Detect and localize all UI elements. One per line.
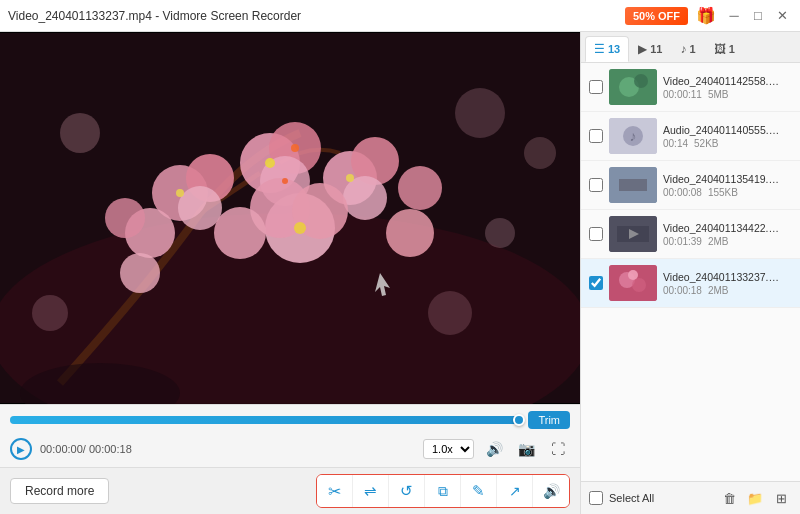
select-all-label: Select All (609, 492, 654, 504)
file-info-4: Video_240401134422.mp4 00:01:39 2MB (663, 222, 792, 247)
fullscreen-button[interactable]: ⛶ (546, 437, 570, 461)
open-folder-button[interactable]: 📁 (744, 487, 766, 509)
file-thumbnail-1 (609, 69, 657, 105)
list-item[interactable]: ♪ Audio_240401140555.mp3 00:14 52KB (581, 112, 800, 161)
duplicate-icon: ⧉ (438, 483, 448, 500)
svg-point-17 (398, 166, 442, 210)
file-checkbox-2[interactable] (589, 129, 603, 143)
edit-button[interactable]: ✎ (461, 475, 497, 507)
edit-icon: ✎ (472, 482, 485, 500)
file-duration-1: 00:00:11 (663, 89, 702, 100)
action-icons: 🗑 📁 ⊞ (718, 487, 792, 509)
image-icon: 🖼 (714, 42, 726, 56)
select-all-checkbox[interactable] (589, 491, 603, 505)
video-frame (0, 32, 580, 404)
rotate-button[interactable]: ↺ (389, 475, 425, 507)
svg-point-47 (628, 270, 638, 280)
window-title: Video_240401133237.mp4 - Vidmore Screen … (8, 9, 625, 23)
file-duration-3: 00:00:08 (663, 187, 702, 198)
file-meta-1: 00:00:11 5MB (663, 89, 792, 100)
list-item[interactable]: Video_240401142558.mp4 00:00:11 5MB (581, 63, 800, 112)
progress-bar[interactable] (10, 416, 522, 424)
file-info-2: Audio_240401140555.mp3 00:14 52KB (663, 124, 792, 149)
file-checkbox-1[interactable] (589, 80, 603, 94)
scissors-icon: ✂ (328, 482, 341, 501)
select-all-area: Select All 🗑 📁 ⊞ (581, 481, 800, 514)
file-checkbox-4[interactable] (589, 227, 603, 241)
file-tabs: ☰ 13 ▶ 11 ♪ 1 🖼 1 (581, 32, 800, 63)
file-size-4: 2MB (708, 236, 729, 247)
maximize-button[interactable]: □ (748, 6, 768, 26)
promo-badge: 50% OFF (625, 7, 688, 25)
volume-button[interactable]: 🔊 (482, 437, 506, 461)
duplicate-button[interactable]: ⧉ (425, 475, 461, 507)
main-area: Trim ▶ 00:00:00/ 00:00:18 1.0x 0.5x 1.5x… (0, 32, 800, 514)
tab-all[interactable]: ☰ 13 (585, 36, 629, 62)
file-thumbnail-4 (609, 216, 657, 252)
file-size-3: 155KB (708, 187, 738, 198)
fullscreen-icon: ⛶ (551, 441, 565, 457)
time-display: 00:00:00/ 00:00:18 (40, 443, 140, 455)
close-button[interactable]: ✕ (772, 6, 792, 26)
action-bar: Record more ✂ ⇌ ↺ ⧉ ✎ (0, 467, 580, 514)
file-info-1: Video_240401142558.mp4 00:00:11 5MB (663, 75, 792, 100)
svg-point-29 (32, 295, 68, 331)
svg-point-36 (634, 74, 648, 88)
progress-area: Trim (0, 405, 580, 433)
controls-area: Trim ▶ 00:00:00/ 00:00:18 1.0x 0.5x 1.5x… (0, 404, 580, 467)
volume-icon: 🔊 (486, 441, 503, 457)
tab-audio[interactable]: ♪ 1 (672, 36, 705, 62)
grid-view-button[interactable]: ⊞ (770, 487, 792, 509)
file-name-1: Video_240401142558.mp4 (663, 75, 783, 87)
file-checkbox-5[interactable] (589, 276, 603, 290)
svg-point-30 (428, 291, 472, 335)
play-tab-icon: ▶ (638, 42, 647, 56)
file-duration-2: 00:14 (663, 138, 688, 149)
rotate-icon: ↺ (400, 482, 413, 500)
file-info-3: Video_240401135419.mp4 00:00:08 155KB (663, 173, 792, 198)
svg-point-10 (343, 176, 387, 220)
file-name-5: Video_240401133237.mp4 (663, 271, 783, 283)
svg-point-25 (282, 178, 288, 184)
file-name-3: Video_240401135419.mp4 (663, 173, 783, 185)
transition-button[interactable]: ⇌ (353, 475, 389, 507)
progress-handle[interactable] (513, 414, 525, 426)
file-meta-5: 00:00:18 2MB (663, 285, 792, 296)
svg-point-31 (524, 137, 556, 169)
cut-button[interactable]: ✂ (317, 475, 353, 507)
list-item[interactable]: Video_240401134422.mp4 00:01:39 2MB (581, 210, 800, 259)
file-list: Video_240401142558.mp4 00:00:11 5MB ♪ (581, 63, 800, 481)
file-thumbnail-5 (609, 265, 657, 301)
file-size-1: 5MB (708, 89, 729, 100)
svg-point-22 (176, 189, 184, 197)
transition-icon: ⇌ (364, 482, 377, 500)
svg-point-20 (265, 158, 275, 168)
list-item[interactable]: Video_240401135419.mp4 00:00:08 155KB (581, 161, 800, 210)
file-meta-4: 00:01:39 2MB (663, 236, 792, 247)
tab-video[interactable]: ▶ 11 (629, 36, 671, 62)
speed-select[interactable]: 1.0x 0.5x 1.5x 2.0x (423, 439, 474, 459)
svg-point-4 (178, 186, 222, 230)
file-name-2: Audio_240401140555.mp3 (663, 124, 783, 136)
trim-button[interactable]: Trim (528, 411, 570, 429)
record-more-button[interactable]: Record more (10, 478, 109, 504)
file-name-4: Video_240401134422.mp4 (663, 222, 783, 234)
delete-button[interactable]: 🗑 (718, 487, 740, 509)
play-button[interactable]: ▶ (10, 438, 32, 460)
left-panel: Trim ▶ 00:00:00/ 00:00:18 1.0x 0.5x 1.5x… (0, 32, 580, 514)
speed-button[interactable]: ↗ (497, 475, 533, 507)
screenshot-button[interactable]: 📷 (514, 437, 538, 461)
video-preview[interactable] (0, 32, 580, 404)
minimize-button[interactable]: ─ (724, 6, 744, 26)
file-meta-3: 00:00:08 155KB (663, 187, 792, 198)
file-checkbox-3[interactable] (589, 178, 603, 192)
list-item[interactable]: Video_240401133237.mp4 00:00:18 2MB (581, 259, 800, 308)
tab-image[interactable]: 🖼 1 (705, 36, 744, 62)
file-info-5: Video_240401133237.mp4 00:00:18 2MB (663, 271, 792, 296)
svg-point-24 (291, 144, 299, 152)
audio-tool-button[interactable]: 🔊 (533, 475, 569, 507)
svg-rect-41 (619, 179, 647, 191)
play-icon: ▶ (17, 444, 25, 455)
title-bar: Video_240401133237.mp4 - Vidmore Screen … (0, 0, 800, 32)
window-controls: ─ □ ✕ (724, 6, 792, 26)
